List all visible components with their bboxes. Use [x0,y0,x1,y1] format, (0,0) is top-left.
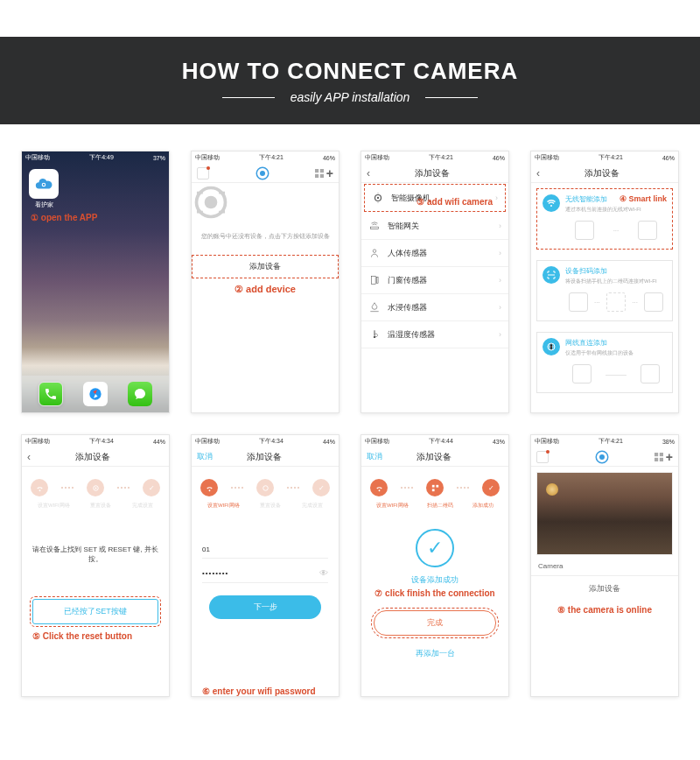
svg-rect-6 [320,169,324,172]
messages-app-icon[interactable] [128,382,152,406]
grid-view-icon[interactable] [315,169,324,178]
app-logo-icon [255,165,270,181]
step7-success: 中国移动 下午4:44 43% 取消 添加设备 ✓ 设置WIFI网络扫描二维码添… [360,434,509,697]
chevron-right-icon: › [499,276,501,285]
success-check-icon: ✓ [416,529,454,567]
battery-label: 38% [662,439,675,445]
cancel-link[interactable]: 取消 [197,451,213,462]
svg-rect-27 [654,453,658,456]
svg-point-20 [94,487,96,489]
svg-rect-28 [660,453,663,456]
chevron-right-icon: › [499,249,501,257]
camera-live-preview[interactable] [536,472,673,555]
add-icon[interactable]: + [326,166,333,180]
progress-steps: ✓ [361,467,508,502]
step6-wifi-password: 中国移动 下午4:34 44% 取消 添加设备 ✓ 设置WIFI网络重置设备完成… [191,434,340,697]
list-item-label: 温湿度传感器 [388,329,435,341]
password-field[interactable]: ••••••••👁 [202,564,328,583]
navbar-title: 添加设备 [213,451,316,463]
status-bar: 中国移动 下午4:34 44% [192,435,339,447]
clock-label: 下午4:44 [429,437,453,446]
battery-label: 46% [323,155,335,161]
device-type-motion-sensor[interactable]: 人体传感器 › [361,240,508,267]
svg-rect-24 [431,489,434,491]
app-logo-icon [594,449,610,465]
safari-app-icon[interactable] [83,382,108,406]
navbar: ‹ 添加设备 [22,447,169,467]
ssid-field[interactable]: 01 [202,541,328,559]
kanhuija-app-icon[interactable] [29,169,59,199]
camera-placeholder-icon [192,183,230,222]
svg-rect-23 [436,484,438,487]
navbar: + [531,447,678,467]
phone-app-icon[interactable] [38,382,63,406]
step1-home-screen: 中国移动 下午4:49 37% 看护家 ① open the APP [21,151,170,413]
status-bar: 中国移动 下午4:49 37% [22,151,169,164]
calendar-icon[interactable] [536,451,549,463]
step2-empty-device-list: 中国移动 下午4:21 46% + 您的账号中还没有设备，点击下方按钮添加设备 … [191,151,340,413]
list-item-label: 智能网关 [388,221,419,232]
step3-annotation: ③ add wifi camera [416,197,493,207]
confirm-reset-button[interactable]: 已经按了SET按键 [32,599,158,624]
battery-label: 44% [323,439,335,445]
device-type-gateway[interactable]: 智能网关 › [361,213,508,240]
calendar-icon[interactable] [197,167,209,179]
clock-label: 下午4:21 [259,153,284,162]
app-label: 看护家 [29,201,59,209]
clock-label: 下午4:21 [429,153,453,162]
step2-annotation: ② add device [192,284,339,295]
status-bar: 中国移动 下午4:21 46% [361,151,508,164]
carrier-label: 中国移动 [195,437,220,446]
clock-label: 下午4:34 [89,437,114,446]
battery-label: 44% [153,439,165,445]
status-bar: 中国移动 下午4:21 46% [192,151,339,164]
step-wifi-icon [31,479,48,496]
success-message: 设备添加成功 [361,574,508,586]
carrier-label: 中国移动 [535,437,559,446]
navbar: ‹ 添加设备 [361,164,508,183]
svg-rect-30 [660,457,663,461]
svg-point-21 [262,485,268,490]
add-another-link[interactable]: 再添加一台 [361,641,508,666]
qr-scan-method[interactable]: 设备扫码添加将设备扫描手机上的二维码连接对WI-FI ······ [536,260,673,321]
add-device-link[interactable]: 添加设备 [531,576,678,602]
door-icon [368,274,381,286]
method-title: 设备扫码添加 [565,266,667,276]
step7-annotation: ⑦ click finish the connection [361,588,508,598]
hero-banner: HOW TO CONNECT CAMERA easily APP install… [0,37,700,124]
progress-labels: 设置WIFI网络扫描二维码添加成功 [361,502,508,518]
finish-button[interactable]: 完成 [374,610,496,636]
svg-rect-16 [376,278,378,284]
chevron-right-icon: › [499,303,501,312]
device-type-temp-sensor[interactable]: 温湿度传感器 › [361,321,508,348]
wifi-icon [542,194,560,212]
chevron-right-icon: › [499,330,501,339]
step-qr-icon [426,479,444,496]
grid-view-icon[interactable] [654,453,663,461]
step4-connection-method: 中国移动 下午4:21 46% ‹ 添加设备 ④ Smart link 无线智能… [530,151,679,413]
thermometer-icon [368,328,381,341]
show-password-icon[interactable]: 👁 [319,568,328,578]
svg-point-26 [599,454,605,460]
device-type-list: 智能摄像机 › 智能网关 › 人体传感器 › 门窗传感器 › 水浸传感器 [361,183,508,412]
svg-rect-22 [431,484,434,487]
add-icon[interactable]: + [666,450,673,464]
method-illustration: ··· [565,217,667,243]
lan-method[interactable]: 网线直连添加仅适用于带有网线接口的设备 ——— [536,332,673,393]
next-button[interactable]: 下一步 [209,595,321,619]
step-wifi-icon [370,479,388,496]
empty-text: 您的账号中还没有设备，点击下方按钮添加设备 [192,232,339,241]
method-illustration: ······ [565,289,667,315]
navbar: ‹ 添加设备 [531,164,678,183]
device-type-door-sensor[interactable]: 门窗传感器 › [361,267,508,294]
battery-label: 43% [493,439,505,445]
progress-labels: 设置WIFI网络重置设备完成设置 [192,502,339,518]
empty-state: 您的账号中还没有设备，点击下方按钮添加设备 添加设备 [192,183,339,278]
ios-dock [22,376,169,412]
cancel-link[interactable]: 取消 [367,451,382,462]
smart-link-method[interactable]: ④ Smart link 无线智能添加通过本机当前连接的无线对WI-FI ··· [536,188,673,250]
device-type-water-sensor[interactable]: 水浸传感器 › [361,294,508,321]
step-reset-icon [87,479,104,496]
person-sensor-icon [368,247,381,259]
add-device-button[interactable]: 添加设备 [192,255,339,278]
